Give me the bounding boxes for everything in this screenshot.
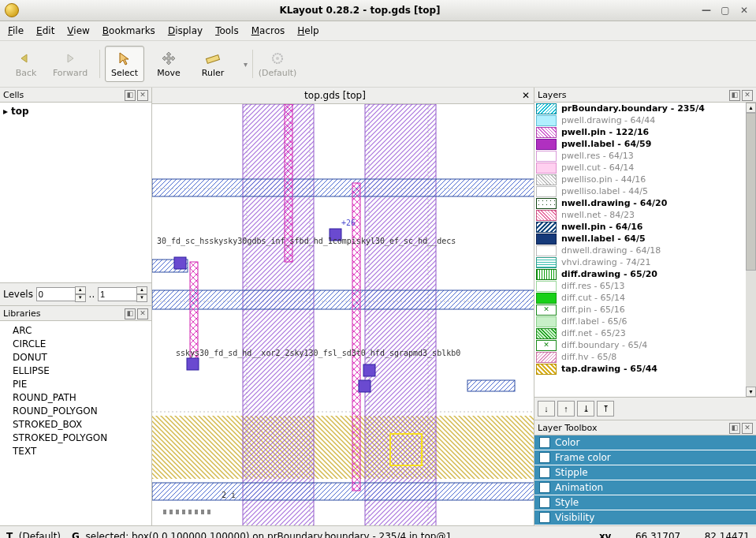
layer-row[interactable]: diff.drawing - 65/20 (534, 268, 746, 280)
layer-row[interactable]: ✕diff.pin - 65/16 (534, 304, 746, 316)
layer-row[interactable]: tap.drawing - 65/44 (534, 363, 746, 375)
maximize-button[interactable]: ▢ (718, 3, 732, 17)
menu-macros[interactable]: Macros (251, 25, 285, 36)
layer-row[interactable]: diff.hv - 65/8 (534, 351, 746, 363)
layer-name: pwell.cut - 64/14 (561, 162, 634, 174)
layers-float-icon[interactable]: ◧ (729, 90, 740, 101)
menu-help[interactable]: Help (297, 25, 318, 36)
expand-icon[interactable]: ▸ (3, 106, 11, 117)
layer-row[interactable]: pwell.drawing - 64/44 (534, 114, 746, 126)
cell-top[interactable]: ▸ top (3, 106, 148, 117)
layer-row[interactable]: vhvi.drawing - 74/21 (534, 256, 746, 268)
tab-close-button[interactable]: ✕ (518, 90, 534, 101)
cells-tree[interactable]: ▸ top (0, 103, 151, 282)
toolbox-section-style[interactable]: Style (534, 495, 756, 510)
close-button[interactable]: ✕ (737, 3, 751, 17)
layer-row[interactable]: diff.res - 65/13 (534, 280, 746, 292)
levels-from-input[interactable] (36, 287, 76, 301)
layer-row[interactable]: nwell.pin - 64/16 (534, 221, 746, 233)
layers-close-icon[interactable]: ✕ (742, 90, 753, 101)
layer-row[interactable]: diff.cut - 65/14 (534, 292, 746, 304)
lib-close-icon[interactable]: ✕ (137, 308, 148, 319)
select-label: Select (111, 68, 138, 78)
library-item[interactable]: DONUT (3, 351, 148, 364)
cells-close-icon[interactable]: ✕ (137, 90, 148, 101)
library-item[interactable]: CIRCLE (3, 338, 148, 351)
menu-view[interactable]: View (67, 25, 89, 36)
lib-float-icon[interactable]: ◧ (125, 308, 136, 319)
toolbox-section-visibility[interactable]: Visibility (534, 510, 756, 525)
cells-float-icon[interactable]: ◧ (125, 90, 136, 101)
libraries-header: Libraries ◧✕ (0, 305, 151, 321)
layer-down-button[interactable]: ↓ (538, 401, 555, 417)
forward-button[interactable]: Forward (50, 46, 90, 82)
layer-swatch (536, 269, 557, 280)
layer-swatch (536, 186, 557, 197)
toolbox-section-frame-color[interactable]: Frame color (534, 450, 756, 465)
layer-swatch (536, 364, 557, 375)
levels-dots: .. (89, 289, 95, 300)
menu-edit[interactable]: Edit (36, 25, 54, 36)
layer-row[interactable]: ✕diff.boundary - 65/4 (534, 339, 746, 351)
layers-scrollbar[interactable]: ▴ ▾ (746, 103, 756, 397)
layer-row[interactable]: pwelliso.label - 44/5 (534, 185, 746, 197)
layers-list[interactable]: prBoundary.boundary - 235/4pwell.drawing… (534, 103, 746, 397)
layer-name: diff.drawing - 65/20 (561, 268, 657, 280)
toolbox-section-color[interactable]: Color (534, 435, 756, 450)
spin-up-icon[interactable]: ▴ (75, 286, 86, 294)
library-item[interactable]: STROKED_POLYGON (3, 432, 148, 445)
layer-upup-button[interactable]: ⤒ (597, 401, 614, 417)
menu-tools[interactable]: Tools (215, 25, 239, 36)
library-item[interactable]: ROUND_POLYGON (3, 405, 148, 418)
layer-swatch (536, 293, 557, 304)
libraries-list[interactable]: ARCCIRCLEDONUTELLIPSEPIEROUND_PATHROUND_… (0, 321, 151, 525)
svg-rect-21 (174, 257, 186, 269)
library-item[interactable]: STROKED_BOX (3, 418, 148, 432)
menu-file[interactable]: File (8, 25, 24, 36)
layer-row[interactable]: pwell.label - 64/59 (534, 138, 746, 150)
layers-title: Layers (538, 90, 728, 100)
expand-icon (539, 467, 550, 478)
layer-row[interactable]: diff.label - 65/6 (534, 316, 746, 327)
layout-canvas[interactable]: +26 30_fd_sc_hsskysky30gdbs_inf_sfbd_hd_… (152, 104, 534, 525)
libraries-title: Libraries (3, 308, 123, 319)
menu-bookmarks[interactable]: Bookmarks (102, 25, 155, 36)
svg-rect-25 (359, 380, 371, 392)
tab-topgds[interactable]: top.gds [top] (152, 90, 518, 101)
toolbox-section-stipple[interactable]: Stipple (534, 465, 756, 480)
spin-up-icon[interactable]: ▴ (136, 286, 147, 294)
minimize-button[interactable]: — (699, 3, 713, 17)
layer-up-button[interactable]: ↑ (557, 401, 575, 417)
layer-row[interactable]: prBoundary.boundary - 235/4 (534, 103, 746, 114)
menu-display[interactable]: Display (168, 25, 203, 36)
layer-row[interactable]: diff.net - 65/23 (534, 327, 746, 339)
layer-row[interactable]: pwell.res - 64/13 (534, 150, 746, 162)
toolbox-section-animation[interactable]: Animation (534, 480, 756, 495)
move-button[interactable]: Move (149, 46, 188, 82)
layer-row[interactable]: pwell.pin - 122/16 (534, 126, 746, 138)
select-button[interactable]: Select (105, 46, 144, 82)
layer-row[interactable]: pwelliso.pin - 44/16 (534, 174, 746, 185)
back-button[interactable]: Back (6, 46, 46, 82)
library-item[interactable]: ROUND_PATH (3, 391, 148, 405)
layer-row[interactable]: nwell.net - 84/23 (534, 209, 746, 221)
ruler-button[interactable]: Ruler (193, 46, 233, 82)
toolbox-close-icon[interactable]: ✕ (742, 423, 753, 434)
library-item[interactable]: ELLIPSE (3, 364, 148, 378)
toolbox-float-icon[interactable]: ◧ (729, 423, 740, 434)
layer-row[interactable]: pwell.cut - 64/14 (534, 162, 746, 174)
library-item[interactable]: ARC (3, 324, 148, 338)
layer-downdown-button[interactable]: ⤓ (577, 401, 594, 417)
layer-row[interactable]: nwell.drawing - 64/20 (534, 197, 746, 209)
levels-to-input[interactable] (98, 287, 137, 301)
spin-down-icon[interactable]: ▾ (136, 294, 147, 302)
layer-swatch (536, 103, 557, 114)
library-item[interactable]: TEXT (3, 445, 148, 458)
layer-row[interactable]: nwell.label - 64/5 (534, 233, 746, 245)
layer-row[interactable]: dnwell.drawing - 64/18 (534, 245, 746, 256)
cursor-icon (117, 50, 132, 66)
default-button[interactable]: (Default) (258, 46, 297, 82)
cell-label-2: sskys30_fd_sd_hd__xor2_2sky130_fsl_sd3t0… (176, 349, 460, 357)
library-item[interactable]: PIE (3, 378, 148, 391)
spin-down-icon[interactable]: ▾ (75, 294, 86, 302)
